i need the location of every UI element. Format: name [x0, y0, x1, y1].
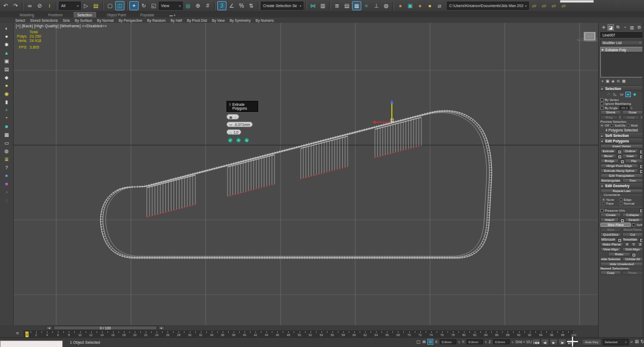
- stack-tool-5[interactable]: ▦: [622, 79, 626, 83]
- render-setup-button[interactable]: ●: [396, 1, 405, 10]
- ribbon-item-select[interactable]: Select: [15, 19, 25, 22]
- material-editor-button[interactable]: ◍: [381, 1, 391, 10]
- ribbon-item-stored-selections[interactable]: Stored Selections: [30, 19, 58, 22]
- extrude-button[interactable]: Extrude: [600, 149, 616, 153]
- project-folder-dropdown[interactable]: C:\Users\Kirsanov\Documents\3ds Max 2020…: [447, 2, 529, 10]
- teapot-icon[interactable]: ◉: [2, 90, 11, 98]
- ribbon-item-by-pivot-dist[interactable]: By Pivot Dist: [187, 19, 207, 22]
- extrude-along-spline-button[interactable]: Extrude Along Spline: [600, 169, 638, 173]
- selection-lock-icon[interactable]: ⋒: [422, 339, 426, 344]
- detach-button[interactable]: Detach: [625, 218, 643, 222]
- view-align-button[interactable]: View Align: [600, 247, 621, 252]
- settings-box-button[interactable]: [617, 238, 621, 242]
- y-spinner[interactable]: ⇅: [485, 341, 487, 343]
- mirror-button[interactable]: ⋈: [308, 1, 318, 10]
- previous-frame-button[interactable]: ◀|: [541, 339, 549, 345]
- ribbon-tab-object-paint[interactable]: Object Paint: [104, 13, 129, 17]
- hide-selected-button[interactable]: Hide Selected: [600, 257, 621, 261]
- rendered-frame-button[interactable]: ▣: [406, 1, 415, 10]
- geosphere-icon[interactable]: ◍: [2, 147, 11, 155]
- rollout-edit-polygons[interactable]: ▾Edit Polygons: [600, 139, 643, 143]
- caddy-height-value[interactable]: -0,071mm: [234, 123, 250, 127]
- x-spinner[interactable]: ⇅: [458, 341, 460, 343]
- ribbon-item-sets[interactable]: Sets: [63, 19, 70, 22]
- select-and-rotate-button[interactable]: ↻: [139, 1, 148, 10]
- ribbon-tab-selection[interactable]: Selection: [74, 12, 96, 17]
- open-file-button[interactable]: ▱: [549, 1, 558, 10]
- rollout-edit-geometry[interactable]: ▾Edit Geometry: [600, 183, 643, 188]
- turn-button[interactable]: Turn: [622, 178, 643, 183]
- create-button[interactable]: Create: [600, 213, 621, 217]
- next-frame-button[interactable]: ▸: [158, 326, 165, 330]
- tab-motion[interactable]: ◔: [622, 24, 628, 31]
- caddy-height-field[interactable]: ▭ -0,071mm: [226, 122, 253, 127]
- monitor-icon[interactable]: ■: [2, 180, 11, 188]
- render-iterative-button[interactable]: ●: [415, 1, 425, 10]
- use-pivot-center-button[interactable]: ◎: [183, 1, 193, 10]
- box-icon[interactable]: ■: [2, 123, 11, 130]
- bevel-button[interactable]: Bevel: [600, 154, 616, 158]
- edit-triangulation-button[interactable]: Edit Triangulation: [600, 174, 643, 178]
- maxscript-mini-listener[interactable]: [0, 340, 63, 347]
- angle-snap-button[interactable]: ∠: [227, 1, 236, 10]
- blue-sphere-icon[interactable]: ●: [2, 172, 11, 180]
- play-button[interactable]: ▶: [550, 339, 558, 345]
- list-icon[interactable]: ≣: [2, 155, 11, 163]
- scene-explorer-button[interactable]: ▤: [342, 1, 351, 10]
- ribbon-item-by-random[interactable]: By Random: [147, 19, 166, 22]
- outline-button[interactable]: Outline: [622, 149, 638, 153]
- select-and-scale-button[interactable]: ◱: [149, 1, 158, 10]
- flip-button[interactable]: Flip: [625, 159, 643, 163]
- selection-region-icon[interactable]: ▢: [416, 339, 421, 344]
- sphere-icon[interactable]: ●: [2, 82, 11, 89]
- ribbon-item-by-numeric[interactable]: By Numeric: [255, 19, 274, 22]
- ribbon-item-by-normal[interactable]: By Normal: [97, 19, 114, 22]
- zoom-extents-icon[interactable]: ⊞: [635, 339, 639, 345]
- x-coordinate-field[interactable]: 0,0mm: [440, 339, 456, 344]
- grow-button[interactable]: Grow: [622, 110, 643, 115]
- y-button[interactable]: Y: [631, 242, 636, 247]
- rectangular-selection-button[interactable]: ▢: [105, 1, 115, 10]
- Preserve UVs-checkbox[interactable]: [600, 209, 604, 212]
- go-to-start-button[interactable]: |◀◀: [532, 339, 540, 345]
- z-coordinate-field[interactable]: 0,0mm: [493, 339, 510, 344]
- viewcube[interactable]: [577, 31, 598, 45]
- repeat-last-button[interactable]: Repeat Last: [600, 189, 643, 193]
- import-file-button[interactable]: ▱: [529, 1, 539, 10]
- caddy-drag-handle[interactable]: ‖: [229, 103, 231, 110]
- cut-button[interactable]: Cut: [622, 232, 643, 237]
- tab-hierarchy[interactable]: ⧉: [615, 24, 621, 31]
- figure-icon[interactable]: +: [2, 106, 11, 114]
- msmooth-button[interactable]: MSmooth: [600, 237, 616, 242]
- shrink-button[interactable]: Shrink: [600, 110, 621, 115]
- absolute-mode-icon[interactable]: ⊞: [427, 339, 433, 345]
- settings-box-button[interactable]: [617, 154, 621, 158]
- ribbon-item-by-symmetry[interactable]: By Symmetry: [230, 19, 251, 22]
- next-frame-button[interactable]: |▶: [558, 339, 567, 345]
- Multi-radio[interactable]: [627, 124, 630, 127]
- subobj-element[interactable]: ◆: [632, 92, 637, 97]
- viewport[interactable]: [+] [Back] [High Quality] [Wireframe] <<…: [14, 23, 598, 325]
- retriangulate-button[interactable]: Retriangulate: [600, 178, 621, 183]
- z-spinner[interactable]: ⇅: [511, 341, 514, 343]
- caddy-ok-button[interactable]: ✓: [228, 137, 233, 143]
- settings-box-button[interactable]: [620, 159, 624, 163]
- red-tool-icon[interactable]: ▪: [2, 188, 11, 196]
- orbit-icon[interactable]: ↻: [641, 339, 644, 345]
- cone-icon[interactable]: ◆: [2, 74, 11, 81]
- snaps-toggle-button[interactable]: 3: [217, 1, 226, 10]
- viewcube-face[interactable]: [583, 32, 596, 41]
- viewport-canvas[interactable]: [14, 23, 598, 325]
- spinner-icon[interactable]: ⇅: [619, 116, 621, 118]
- key-filter-dropdown[interactable]: Selected ▾: [603, 339, 629, 345]
- Off-radio[interactable]: [600, 124, 604, 127]
- collapse-button[interactable]: Collapse: [622, 213, 643, 217]
- modifier-stack[interactable]: ▸Editable Poly: [600, 47, 643, 77]
- tree-icon[interactable]: ▲: [2, 49, 11, 57]
- caddy-group-selector[interactable]: ▦ ◇: [226, 114, 239, 119]
- subobj-vertex[interactable]: ∴: [606, 92, 611, 97]
- y-coordinate-field[interactable]: 0,0mm: [467, 339, 483, 344]
- stack-tool-2[interactable]: ▣: [606, 79, 610, 83]
- ribbon-item-by-view[interactable]: By View: [212, 19, 224, 22]
- camera-icon[interactable]: ▣: [2, 57, 11, 65]
